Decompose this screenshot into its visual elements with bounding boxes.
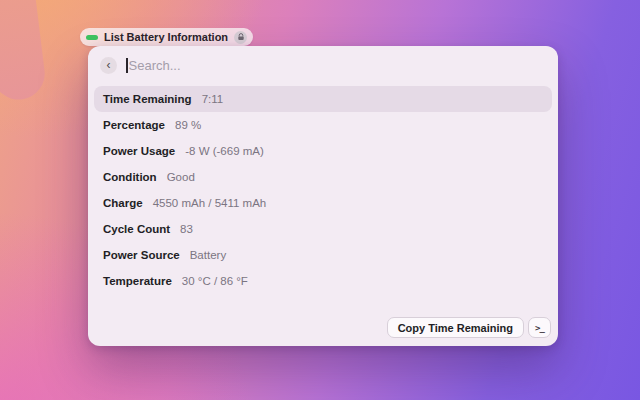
list-item[interactable]: Time Remaining 7:11 bbox=[94, 86, 552, 112]
row-value: Battery bbox=[190, 249, 226, 261]
list-item[interactable]: Temperature 30 °C / 86 °F bbox=[94, 268, 552, 294]
row-value: Good bbox=[167, 171, 195, 183]
row-label: Power Source bbox=[103, 249, 180, 261]
lock-icon bbox=[234, 31, 247, 44]
row-label: Cycle Count bbox=[103, 223, 170, 235]
row-value: 89 % bbox=[175, 119, 201, 131]
search-placeholder: Search... bbox=[129, 58, 181, 73]
list-item[interactable]: Percentage 89 % bbox=[94, 112, 552, 138]
back-button[interactable]: ‹ bbox=[100, 57, 117, 74]
row-label: Percentage bbox=[103, 119, 165, 131]
action-bar: Copy Time Remaining >_ bbox=[88, 317, 558, 346]
battery-level-icon bbox=[86, 35, 98, 40]
row-label: Temperature bbox=[103, 275, 172, 287]
list-item[interactable]: Cycle Count 83 bbox=[94, 216, 552, 242]
command-title-badge[interactable]: List Battery Information bbox=[80, 28, 253, 46]
row-label: Time Remaining bbox=[103, 93, 192, 105]
battery-info-list: Time Remaining 7:11 Percentage 89 % Powe… bbox=[88, 84, 558, 294]
row-value: -8 W (-669 mA) bbox=[185, 145, 264, 157]
row-label: Condition bbox=[103, 171, 157, 183]
row-value: 4550 mAh / 5411 mAh bbox=[153, 197, 267, 209]
row-label: Charge bbox=[103, 197, 143, 209]
list-item[interactable]: Power Usage -8 W (-669 mA) bbox=[94, 138, 552, 164]
row-label: Power Usage bbox=[103, 145, 175, 157]
copy-time-remaining-button[interactable]: Copy Time Remaining bbox=[387, 317, 524, 338]
row-value: 83 bbox=[180, 223, 193, 235]
command-title: List Battery Information bbox=[104, 31, 228, 43]
text-caret bbox=[126, 58, 128, 73]
list-item[interactable]: Condition Good bbox=[94, 164, 552, 190]
row-value: 7:11 bbox=[202, 93, 224, 105]
terminal-prompt-icon[interactable]: >_ bbox=[528, 317, 551, 338]
list-item[interactable]: Charge 4550 mAh / 5411 mAh bbox=[94, 190, 552, 216]
battery-info-window: ‹ Search... Time Remaining 7:11 Percenta… bbox=[88, 46, 558, 346]
list-item[interactable]: Power Source Battery bbox=[94, 242, 552, 268]
search-input[interactable]: Search... bbox=[126, 58, 546, 73]
row-value: 30 °C / 86 °F bbox=[182, 275, 248, 287]
search-header: ‹ Search... bbox=[88, 46, 558, 84]
